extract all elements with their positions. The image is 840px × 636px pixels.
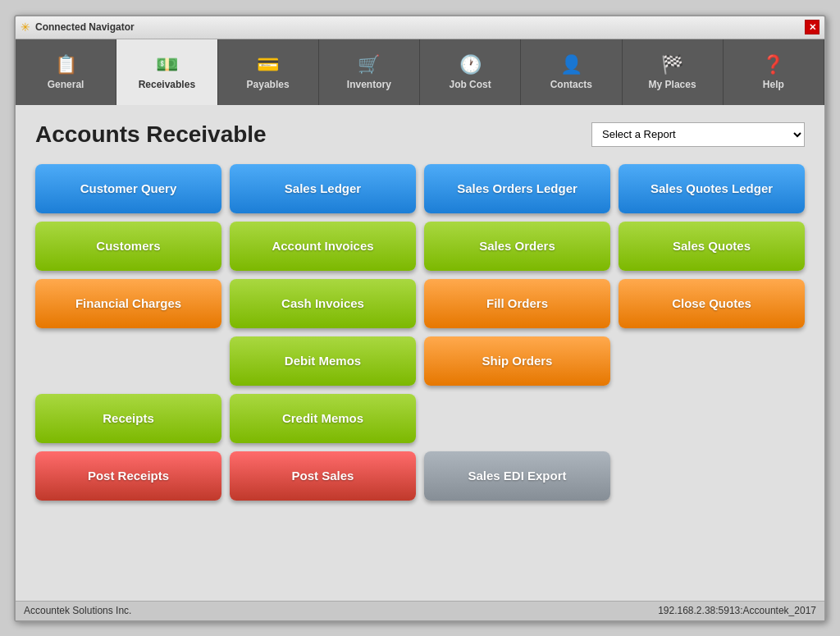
- payables-icon: 💳: [257, 54, 279, 75]
- sales-quotes-button[interactable]: Sales Quotes: [619, 222, 805, 271]
- tab-help[interactable]: ❓ Help: [724, 39, 824, 105]
- receivables-icon: 💵: [156, 54, 178, 75]
- tab-payables-label: Payables: [247, 79, 290, 90]
- window-title: Connected Navigator: [35, 21, 135, 33]
- contacts-icon: 👤: [560, 54, 582, 75]
- app-icon: ✳: [21, 21, 30, 34]
- sales-edi-export-button[interactable]: Sales EDI Export: [424, 451, 610, 501]
- post-receipts-button[interactable]: Post Receipts: [35, 451, 221, 501]
- content-area: Accounts Receivable Select a Report Cust…: [16, 105, 824, 601]
- fill-orders-button[interactable]: Fill Orders: [424, 279, 610, 328]
- sales-ledger-button[interactable]: Sales Ledger: [230, 164, 416, 213]
- empty-slot-3: [424, 394, 610, 443]
- close-button[interactable]: ✕: [805, 20, 819, 34]
- sales-quotes-ledger-button[interactable]: Sales Quotes Ledger: [619, 164, 805, 213]
- tab-payables[interactable]: 💳 Payables: [218, 39, 319, 105]
- credit-memos-button[interactable]: Credit Memos: [230, 394, 416, 443]
- customer-query-button[interactable]: Customer Query: [35, 164, 221, 213]
- tab-myplaces[interactable]: 🏁 My Places: [623, 39, 724, 105]
- status-bar: Accountek Solutions Inc. 192.168.2.38:59…: [16, 601, 824, 620]
- sales-orders-button[interactable]: Sales Orders: [424, 222, 610, 271]
- debit-memos-button[interactable]: Debit Memos: [230, 336, 416, 386]
- tab-inventory-label: Inventory: [347, 79, 391, 90]
- buttons-grid: Customer Query Sales Ledger Sales Orders…: [35, 164, 805, 501]
- empty-slot-2: [619, 336, 805, 386]
- general-icon: 📋: [55, 54, 77, 75]
- post-sales-button[interactable]: Post Sales: [230, 451, 416, 501]
- tab-general[interactable]: 📋 General: [16, 39, 116, 105]
- jobcost-icon: 🕐: [459, 54, 482, 75]
- page-title: Accounts Receivable: [35, 121, 267, 148]
- tab-myplaces-label: My Places: [649, 79, 696, 90]
- tab-receivables[interactable]: 💵 Receivables: [116, 39, 217, 105]
- help-icon: ❓: [762, 54, 784, 75]
- tab-general-label: General: [48, 79, 84, 90]
- ship-orders-button[interactable]: Ship Orders: [424, 336, 610, 386]
- title-bar: ✳ Connected Navigator ✕: [16, 16, 824, 39]
- nav-tabs: 📋 General 💵 Receivables 💳 Payables 🛒 Inv…: [16, 39, 824, 105]
- main-window: ✳ Connected Navigator ✕ 📋 General 💵 Rece…: [14, 15, 826, 622]
- tab-jobcost[interactable]: 🕐 Job Cost: [420, 39, 521, 105]
- financial-charges-button[interactable]: Financial Charges: [35, 279, 221, 328]
- sales-orders-ledger-button[interactable]: Sales Orders Ledger: [424, 164, 610, 213]
- tab-contacts-label: Contacts: [550, 79, 592, 90]
- tab-inventory[interactable]: 🛒 Inventory: [319, 39, 420, 105]
- tab-contacts[interactable]: 👤 Contacts: [521, 39, 622, 105]
- empty-slot-4: [619, 394, 805, 443]
- account-invoices-button[interactable]: Account Invoices: [230, 222, 416, 271]
- tab-jobcost-label: Job Cost: [449, 79, 491, 90]
- empty-slot-5: [619, 451, 805, 501]
- status-right: 192.168.2.38:5913:Accountek_2017: [658, 605, 816, 616]
- myplaces-icon: 🏁: [661, 54, 683, 75]
- status-left: Accountek Solutions Inc.: [24, 605, 131, 616]
- tab-help-label: Help: [763, 79, 784, 90]
- page-header: Accounts Receivable Select a Report: [35, 121, 805, 148]
- close-quotes-button[interactable]: Close Quotes: [619, 279, 805, 328]
- receipts-button[interactable]: Receipts: [35, 394, 221, 443]
- customers-button[interactable]: Customers: [35, 222, 221, 271]
- cash-invoices-button[interactable]: Cash Invoices: [230, 279, 416, 328]
- empty-slot-1: [35, 336, 221, 386]
- inventory-icon: 🛒: [358, 54, 380, 75]
- tab-receivables-label: Receivables: [139, 79, 195, 90]
- report-select[interactable]: Select a Report: [591, 122, 805, 147]
